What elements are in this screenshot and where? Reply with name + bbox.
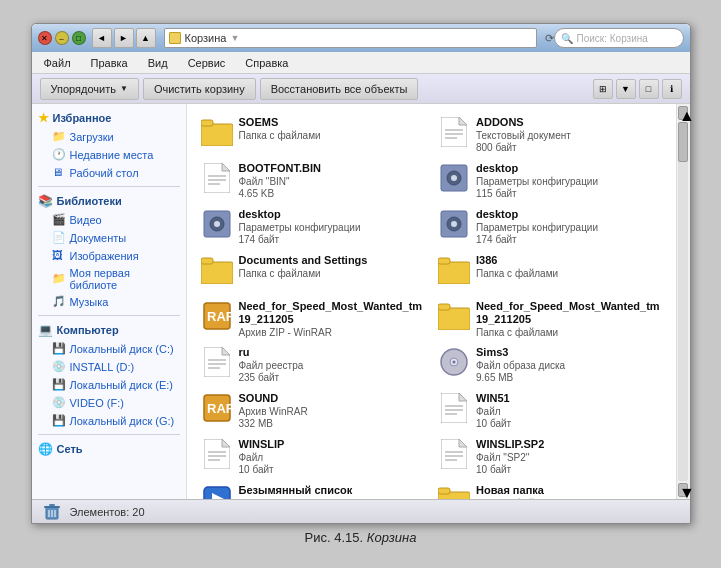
file-list: SOEMSПапка с файлами ADDONSТекстовый док… (187, 104, 676, 499)
forward-button[interactable]: ► (114, 28, 134, 48)
menu-help[interactable]: Справка (241, 55, 292, 71)
sidebar-item-documents[interactable]: 📄 Документы (32, 229, 186, 247)
maximize-button[interactable]: □ (72, 31, 86, 45)
winrar-icon: RAR (201, 300, 233, 332)
file-info-12: SOUNDАрхив WinRAR332 MB (239, 392, 308, 430)
file-item-10[interactable]: ruФайл реестра235 байт (195, 342, 431, 386)
sidebar-item-downloads[interactable]: 📁 Загрузки (32, 128, 186, 146)
file-item-12[interactable]: RAR SOUNDАрхив WinRAR332 MB (195, 388, 431, 432)
file-item-7[interactable]: I386Папка с файлами (432, 250, 668, 294)
file-item-9[interactable]: Need_for_Speed_Most_Wanted_tm 19_211205П… (432, 296, 668, 340)
file-name-8: Need_for_Speed_Most_Wanted_tm 19_211205 (239, 300, 425, 326)
file-item-6[interactable]: Documents and SettingsПапка с файлами (195, 250, 431, 294)
sidebar-item-desktop[interactable]: 🖥 Рабочий стол (32, 164, 186, 182)
file-desc-9: Папка с файлами (476, 327, 662, 339)
file-name-11: Sims3 (476, 346, 565, 359)
address-folder-icon (169, 32, 181, 44)
caption-description: Корзина (367, 530, 417, 545)
scroll-thumb[interactable] (678, 122, 688, 162)
file-name-7: I386 (476, 254, 558, 267)
sidebar-item-myfirst[interactable]: 📁 Моя первая библиоте (32, 265, 186, 293)
menu-service[interactable]: Сервис (184, 55, 230, 71)
file-item-4[interactable]: desktopПараметры конфигурации174 байт (195, 204, 431, 248)
file-size-2: 4.65 KB (239, 188, 322, 200)
empty-recycle-button[interactable]: Очистить корзину (143, 78, 256, 100)
window-controls: ✕ – □ (38, 31, 86, 45)
file-info-16: Безымянный список воспроизведения (239, 484, 425, 499)
sidebar-item-drive-f[interactable]: 💿 VIDEO (F:) (32, 394, 186, 412)
file-item-14[interactable]: WINSLIPФайл10 байт (195, 434, 431, 478)
menu-view[interactable]: Вид (144, 55, 172, 71)
sidebar-item-music[interactable]: 🎵 Музыка (32, 293, 186, 311)
status-bar: Элементов: 20 (32, 499, 690, 523)
organize-arrow: ▼ (120, 84, 128, 93)
organize-button[interactable]: Упорядочить ▼ (40, 78, 139, 100)
file-item-15[interactable]: WINSLIP.SP2Файл "SP2"10 байт (432, 434, 668, 478)
file-item-1[interactable]: ADDONSТекстовый документ800 байт (432, 112, 668, 156)
sidebar: ★ Избранное 📁 Загрузки 🕐 Недавние места … (32, 104, 187, 499)
menu-file[interactable]: Файл (40, 55, 75, 71)
sidebar-favorites-header[interactable]: ★ Избранное (32, 108, 186, 128)
file-item-17[interactable]: Новая папкаПапка с файлами (432, 480, 668, 499)
file-size-11: 9.65 MB (476, 372, 565, 384)
drive-d-icon: 💿 (52, 360, 66, 374)
file-name-3: desktop (476, 162, 598, 175)
details-button[interactable]: ℹ (662, 79, 682, 99)
file-name-9: Need_for_Speed_Most_Wanted_tm 19_211205 (476, 300, 662, 326)
minimize-button[interactable]: – (55, 31, 69, 45)
file-info-17: Новая папкаПапка с файлами (476, 484, 558, 499)
svg-rect-28 (438, 304, 450, 310)
file-item-8[interactable]: RAR Need_for_Speed_Most_Wanted_tm 19_211… (195, 296, 431, 340)
menu-edit[interactable]: Правка (87, 55, 132, 71)
search-placeholder: Поиск: Корзина (577, 33, 648, 44)
file-item-2[interactable]: BOOTFONT.BINФайл "BIN"4.65 KB (195, 158, 431, 202)
svg-rect-59 (44, 506, 60, 508)
view-dropdown-button[interactable]: ▼ (616, 79, 636, 99)
restore-all-button[interactable]: Восстановить все объекты (260, 78, 419, 100)
scroll-track (678, 122, 688, 481)
caption-label: Рис. 4.15. (305, 530, 364, 545)
file-info-5: desktopПараметры конфигурации174 байт (476, 208, 598, 246)
sidebar-item-drive-d[interactable]: 💿 INSTALL (D:) (32, 358, 186, 376)
sidebar-item-images[interactable]: 🖼 Изображения (32, 247, 186, 265)
file-name-10: ru (239, 346, 304, 359)
sidebar-network-header[interactable]: 🌐 Сеть (32, 439, 186, 459)
scrollbar[interactable]: ▲ ▼ (676, 104, 690, 499)
sidebar-item-drive-e[interactable]: 💾 Локальный диск (E:) (32, 376, 186, 394)
preview-button[interactable]: □ (639, 79, 659, 99)
file-info-7: I386Папка с файлами (476, 254, 558, 280)
sidebar-item-drive-g[interactable]: 💾 Локальный диск (G:) (32, 412, 186, 430)
file-item-3[interactable]: desktopПараметры конфигурации115 байт (432, 158, 668, 202)
file-item-0[interactable]: SOEMSПапка с файлами (195, 112, 431, 156)
sidebar-libraries-header[interactable]: 📚 Библиотеки (32, 191, 186, 211)
file-desc-13: Файл (476, 406, 511, 418)
file-name-13: WIN51 (476, 392, 511, 405)
doc-icon (438, 438, 470, 470)
back-button[interactable]: ◄ (92, 28, 112, 48)
file-size-3: 115 байт (476, 188, 598, 200)
sidebar-item-video[interactable]: 🎬 Видео (32, 211, 186, 229)
svg-rect-1 (201, 120, 213, 126)
address-bar[interactable]: Корзина ▼ (164, 28, 537, 48)
sidebar-item-recent[interactable]: 🕐 Недавние места (32, 146, 186, 164)
file-item-11[interactable]: Sims3Файл образа диска9.65 MB (432, 342, 668, 386)
main-content: ★ Избранное 📁 Загрузки 🕐 Недавние места … (32, 104, 690, 499)
file-name-16: Безымянный список воспроизведения (239, 484, 425, 499)
sidebar-item-drive-c[interactable]: 💾 Локальный диск (C:) (32, 340, 186, 358)
file-item-5[interactable]: desktopПараметры конфигурации174 байт (432, 204, 668, 248)
scroll-down-button[interactable]: ▼ (678, 483, 688, 497)
view-toggle-button[interactable]: ⊞ (593, 79, 613, 99)
up-button[interactable]: ▲ (136, 28, 156, 48)
file-name-4: desktop (239, 208, 361, 221)
folder-icon (438, 300, 470, 332)
file-info-8: Need_for_Speed_Most_Wanted_tm 19_211205А… (239, 300, 425, 339)
myfirst-icon: 📁 (52, 272, 66, 286)
file-item-16[interactable]: Безымянный список воспроизведения (195, 480, 431, 499)
search-box[interactable]: 🔍 Поиск: Корзина (554, 28, 684, 48)
close-button[interactable]: ✕ (38, 31, 52, 45)
file-item-13[interactable]: WIN51Файл10 байт (432, 388, 668, 432)
refresh-button[interactable]: ⟳ (545, 32, 554, 45)
scroll-up-button[interactable]: ▲ (678, 106, 688, 120)
sidebar-computer-header[interactable]: 💻 Компьютер (32, 320, 186, 340)
svg-rect-60 (49, 504, 55, 506)
